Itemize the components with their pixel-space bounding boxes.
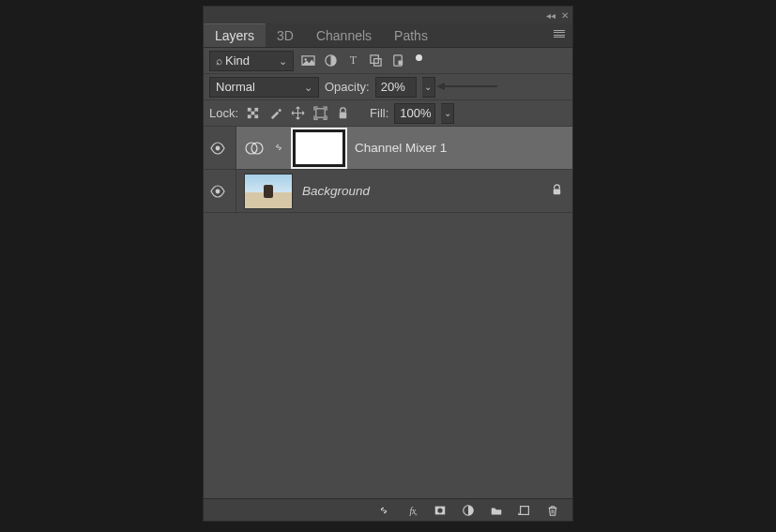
visibility-toggle-icon[interactable] [209, 140, 226, 157]
lock-artboard-icon[interactable] [312, 105, 328, 122]
svg-point-22 [437, 508, 442, 512]
svg-rect-9 [254, 108, 258, 112]
blend-mode-select[interactable]: Normal [209, 77, 319, 98]
svg-rect-24 [521, 506, 529, 514]
svg-rect-7 [398, 61, 403, 66]
lock-all-icon[interactable] [334, 105, 351, 122]
layers-list: Channel Mixer 1 Background [204, 127, 572, 498]
new-layer-icon[interactable] [516, 502, 533, 519]
svg-point-15 [216, 145, 221, 150]
annotation-arrow [436, 85, 497, 87]
layer-row[interactable]: Background [204, 170, 572, 213]
svg-point-1 [304, 58, 306, 60]
layer-row[interactable]: Channel Mixer 1 [204, 127, 572, 170]
svg-rect-12 [254, 114, 258, 118]
new-group-icon[interactable] [488, 502, 505, 519]
lock-fill-row: Lock: Fill: 100% ⌄ [204, 100, 572, 127]
search-icon: ⌕ [216, 54, 222, 68]
fill-input[interactable]: 100% [394, 103, 435, 124]
tab-paths[interactable]: Paths [383, 23, 439, 47]
filter-toggle-icon[interactable] [416, 54, 422, 61]
opacity-input[interactable]: 20% [375, 77, 417, 98]
layer-image-thumb[interactable] [244, 174, 293, 209]
svg-rect-19 [554, 189, 560, 194]
layer-name[interactable]: Channel Mixer 1 [355, 141, 447, 155]
filter-adjustment-icon[interactable] [322, 53, 339, 69]
delete-layer-icon[interactable] [544, 502, 561, 519]
opacity-label: Opacity: [325, 80, 370, 94]
lock-position-icon[interactable] [289, 105, 306, 122]
layers-panel: ◂◂ ✕ Layers 3D Channels Paths ⌕Kind T [203, 6, 573, 522]
filter-shape-icon[interactable] [367, 53, 384, 69]
lock-transparency-icon[interactable] [244, 105, 261, 122]
lock-label: Lock: [209, 106, 238, 120]
collapse-icon[interactable]: ◂◂ [546, 10, 555, 21]
chevron-down-icon [304, 80, 312, 94]
layer-mask-thumb[interactable] [293, 129, 345, 167]
adjustment-thumb-icon [244, 138, 265, 159]
svg-rect-11 [247, 114, 251, 118]
tab-channels[interactable]: Channels [305, 23, 383, 47]
panel-titlebar: ◂◂ ✕ [204, 7, 572, 23]
filter-row: ⌕Kind T [204, 48, 572, 74]
layer-style-icon[interactable]: fx [403, 502, 420, 519]
close-icon[interactable]: ✕ [561, 10, 569, 21]
blend-opacity-row: Normal Opacity: 20% ⌄ [204, 74, 572, 100]
filter-type-icon[interactable]: T [344, 53, 361, 69]
filter-smartobject-icon[interactable] [389, 53, 406, 69]
svg-point-18 [216, 189, 221, 193]
svg-rect-13 [315, 109, 324, 117]
svg-text:T: T [349, 53, 357, 67]
tab-layers[interactable]: Layers [204, 23, 266, 47]
layer-name[interactable]: Background [302, 184, 370, 198]
visibility-toggle-icon[interactable] [209, 183, 226, 200]
panel-menu-icon[interactable] [552, 27, 567, 40]
filter-kind-select[interactable]: ⌕Kind [209, 51, 294, 71]
filter-pixel-icon[interactable] [299, 53, 316, 69]
svg-rect-10 [251, 112, 254, 115]
lock-pixels-icon[interactable] [266, 105, 283, 122]
opacity-dropdown-icon[interactable]: ⌄ [422, 77, 435, 98]
lock-icon [551, 184, 563, 199]
add-mask-icon[interactable] [432, 502, 449, 519]
chevron-down-icon [279, 53, 287, 68]
svg-rect-14 [339, 113, 346, 119]
fill-label: Fill: [370, 106, 388, 120]
panel-footer: fx [204, 498, 572, 521]
fill-dropdown-icon[interactable]: ⌄ [441, 103, 454, 124]
link-layers-icon[interactable] [375, 502, 392, 519]
svg-rect-8 [247, 108, 251, 112]
new-adjustment-icon[interactable] [460, 502, 477, 519]
link-icon [274, 143, 283, 154]
tab-3d[interactable]: 3D [266, 23, 305, 47]
svg-rect-5 [373, 59, 381, 67]
panel-tabs: Layers 3D Channels Paths [204, 23, 572, 48]
